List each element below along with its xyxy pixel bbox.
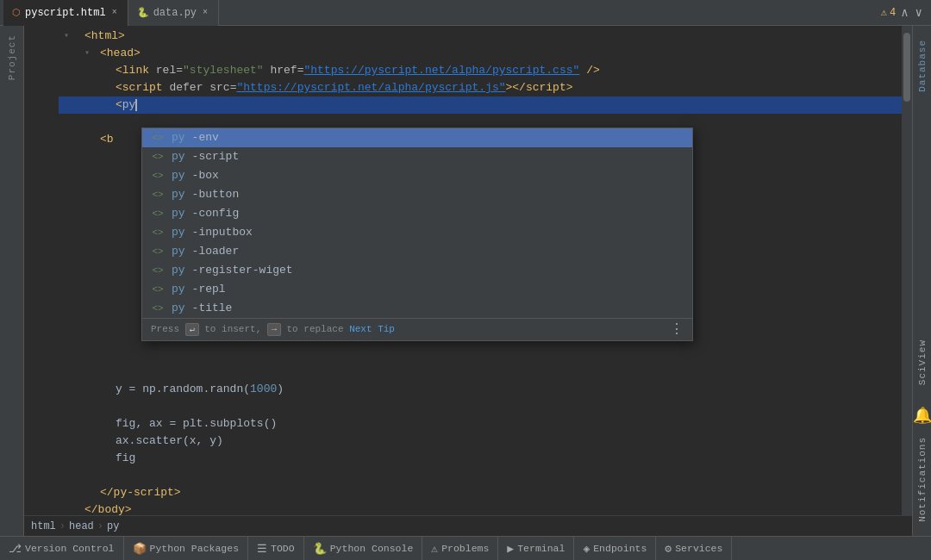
code-line-scatter: ax.scatter(x, y): [59, 432, 902, 450]
ac-tag-icon: <>: [151, 243, 165, 260]
warning-badge[interactable]: ⚠ 4: [881, 6, 896, 19]
ac-item-py-register-wiget[interactable]: <> py-register-wiget: [142, 261, 692, 280]
ac-insert-label: to insert,: [204, 324, 267, 334]
breadcrumb-html[interactable]: html: [31, 520, 56, 532]
breadcrumb-sep-1: ›: [59, 520, 66, 532]
tab-data-close[interactable]: ×: [201, 7, 209, 18]
code-line-1: ▾ <html>: [59, 28, 902, 45]
ac-item-py-inputbox[interactable]: <> py-inputbox: [142, 223, 692, 242]
ac-item-py-config[interactable]: <> py-config: [142, 204, 692, 223]
status-bar: ⎇ Version Control 📦 Python Packages ☰ TO…: [0, 536, 931, 560]
notifications-panel-button[interactable]: Notifications: [915, 428, 929, 531]
status-endpoints[interactable]: ◈ Endpoints: [574, 537, 656, 560]
ac-tag-icon: <>: [151, 262, 165, 279]
status-version-control-label: Version Control: [25, 543, 115, 554]
status-problems-label: Problems: [441, 543, 489, 554]
tab-bar: ⬡ pyscript.html × 🐍 data.py × ⚠ 4 ∧ ∨: [0, 0, 931, 26]
scrollbar-track[interactable]: [902, 26, 912, 515]
problems-icon: ⚠: [431, 542, 438, 556]
code-line-empty1: [59, 398, 902, 415]
ac-press-label: Press: [151, 324, 179, 334]
notification-icon[interactable]: 🔔: [909, 402, 932, 428]
code-line-5: <py: [59, 96, 902, 114]
tab-pyscript[interactable]: ⬡ pyscript.html ×: [3, 0, 128, 26]
breadcrumb-sep-2: ›: [97, 520, 103, 532]
breadcrumb-py[interactable]: py: [107, 520, 119, 532]
project-label[interactable]: Project: [7, 34, 17, 80]
status-terminal[interactable]: ▶ Terminal: [498, 537, 574, 560]
ac-tag-icon: <>: [151, 129, 165, 146]
main-area: Project: [0, 26, 931, 536]
status-services-label: Services: [675, 543, 722, 554]
ac-hint-text: Press ↵ to insert, → to replace Next Tip: [151, 320, 395, 339]
ac-item-py-button[interactable]: <> py-button: [142, 185, 692, 204]
ac-item-py-box[interactable]: <> py-box: [142, 166, 692, 185]
autocomplete-dropdown: <> py-env <> py-script <> py-box <> py-b…: [141, 128, 693, 341]
ac-item-py-script[interactable]: <> py-script: [142, 147, 692, 166]
breadcrumb-head[interactable]: head: [69, 520, 94, 532]
code-line-figvar: fig: [59, 450, 902, 467]
ac-tag-icon: <>: [151, 205, 165, 222]
code-line-empty2: [59, 467, 902, 484]
code-lines-lower: y = np.random.randn(1000) fig, ax = plt.…: [59, 381, 902, 515]
status-terminal-label: Terminal: [517, 543, 565, 554]
tab-bar-right: ⚠ 4 ∧ ∨: [881, 3, 931, 22]
warn-icon: ⚠: [881, 6, 887, 19]
ac-next-tip[interactable]: Next Tip: [349, 324, 395, 334]
ac-replace-label: to replace: [287, 324, 350, 334]
tab-data[interactable]: 🐍 data.py ×: [128, 0, 219, 26]
services-icon: ⚙: [665, 542, 672, 556]
status-python-console-label: Python Console: [330, 543, 414, 554]
status-python-console[interactable]: 🐍 Python Console: [304, 537, 423, 560]
breadcrumb-bar: html › head › py: [24, 515, 912, 536]
ac-item-py-env[interactable]: <> py-env: [142, 128, 692, 147]
status-todo-label: TODO: [271, 543, 295, 554]
tab-pyscript-label: pyscript.html: [25, 7, 106, 19]
ac-item-py-repl[interactable]: <> py-repl: [142, 280, 692, 299]
endpoints-icon: ◈: [583, 542, 590, 556]
ac-more-button[interactable]: ⋮: [670, 321, 684, 339]
python-console-icon: 🐍: [313, 542, 327, 556]
ac-tag-icon: <>: [151, 186, 165, 203]
warn-count: 4: [890, 7, 896, 19]
ac-tag-icon: <>: [151, 224, 165, 241]
status-python-packages-label: Python Packages: [150, 543, 240, 554]
status-version-control[interactable]: ⎇ Version Control: [0, 537, 124, 560]
ac-enter-key: ↵: [185, 323, 199, 336]
code-editor[interactable]: ▾ <html> ▾ <head> <link rel="stylesheet"…: [59, 26, 902, 515]
ac-item-py-loader[interactable]: <> py-loader: [142, 242, 692, 261]
code-line-4: <script defer src="https://pyscript.net/…: [59, 79, 902, 96]
nav-up-arrow[interactable]: ∧: [899, 3, 909, 22]
editor-body: ▾ <html> ▾ <head> <link rel="stylesheet"…: [24, 26, 912, 515]
code-line-pyscript-close: </py-script>: [59, 484, 902, 501]
far-right-panel: Database SciView 🔔 Notifications: [912, 26, 931, 536]
line-numbers: [24, 26, 59, 515]
status-todo[interactable]: ☰ TODO: [248, 537, 304, 560]
ac-tag-icon: <>: [151, 300, 165, 317]
py-file-icon: 🐍: [137, 7, 149, 18]
left-gutter: Project: [0, 26, 24, 536]
status-python-packages[interactable]: 📦 Python Packages: [124, 537, 249, 560]
status-endpoints-label: Endpoints: [593, 543, 647, 554]
code-line-2: ▾ <head>: [59, 45, 902, 62]
status-problems[interactable]: ⚠ Problems: [422, 537, 498, 560]
code-line-fig: fig, ax = plt.subplots(): [59, 415, 902, 432]
nav-down-arrow[interactable]: ∨: [914, 3, 924, 22]
status-services[interactable]: ⚙ Services: [656, 537, 732, 560]
database-panel-button[interactable]: Database: [915, 31, 929, 101]
html-file-icon: ⬡: [12, 7, 21, 18]
ac-tag-icon: <>: [151, 167, 165, 184]
python-packages-icon: 📦: [133, 542, 147, 556]
scrollbar-thumb[interactable]: [903, 33, 910, 102]
todo-icon: ☰: [257, 542, 267, 556]
ac-item-py-title[interactable]: <> py-title: [142, 299, 692, 318]
code-line-3: <link rel="stylesheet" href="https://pys…: [59, 62, 902, 79]
code-line-y: y = np.random.randn(1000): [59, 381, 902, 398]
autocomplete-footer: Press ↵ to insert, → to replace Next Tip…: [142, 318, 692, 340]
tab-data-label: data.py: [153, 7, 197, 19]
version-control-icon: ⎇: [9, 542, 22, 556]
code-line-body-close: </body>: [59, 501, 902, 515]
tab-pyscript-close[interactable]: ×: [110, 7, 119, 18]
ac-tag-icon: <>: [151, 281, 165, 298]
sciview-panel-button[interactable]: SciView: [915, 331, 929, 394]
